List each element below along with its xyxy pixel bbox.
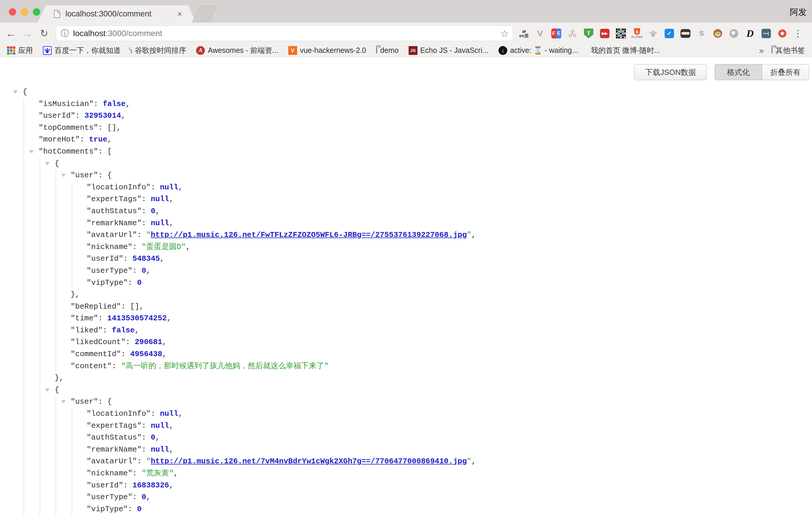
check-blue-icon[interactable]: ✓ (664, 27, 675, 40)
new-tab-button[interactable] (192, 6, 217, 23)
bookmark-item[interactable]: 谷歌按时间排序 (130, 46, 186, 55)
browser-menu-icon[interactable]: ⋮ (792, 28, 804, 39)
browser-tab[interactable]: localhost:3000/comment × (37, 5, 196, 23)
bookmark-item[interactable]: ↓active: ⌛ - waiting... (498, 46, 578, 55)
json-punct: : [], (121, 302, 144, 311)
proxy-icon[interactable] (567, 27, 578, 40)
tab-close-icon[interactable]: × (177, 9, 182, 19)
bookmark-item[interactable]: AAwesomes - 前端资... (196, 46, 278, 55)
bookmark-label: vue-hackernews-2.0 (300, 46, 366, 55)
url-text[interactable]: localhost:3000/comment (73, 29, 162, 38)
reload-button[interactable]: ↻ (36, 28, 52, 39)
json-key: "locationInfo" (87, 409, 151, 418)
bookmark-star-icon[interactable]: ☆ (500, 28, 509, 39)
bookmark-item[interactable]: demo (376, 46, 399, 55)
json-string: "荒灰黄" (142, 469, 174, 478)
other-bookmarks-folder[interactable]: 其他书签 (772, 46, 805, 55)
json-key: "topComments" (39, 123, 98, 132)
json-punct: , (169, 219, 174, 228)
json-line: "nickname": "荒灰黄", (0, 467, 812, 480)
indent-guide (24, 99, 24, 514)
profile-name[interactable]: 阿发 (790, 6, 807, 18)
vue-devtools-icon[interactable]: V (534, 27, 546, 40)
json-punct: : (137, 457, 146, 466)
mask-icon[interactable] (680, 27, 691, 40)
json-value: 4956438 (130, 350, 162, 359)
json-key: "authStatus" (87, 433, 142, 442)
monkey-icon[interactable] (712, 27, 723, 40)
qr-code-icon[interactable] (615, 27, 627, 40)
folder-icon (772, 48, 773, 53)
json-value: 290681 (135, 338, 162, 346)
json-punct: }, (71, 290, 80, 299)
translate-icon[interactable]: ⇄en英 (518, 27, 530, 40)
json-punct: : (121, 350, 130, 359)
json-key: "avatarUrl" (87, 457, 137, 466)
json-punct: : (133, 469, 142, 478)
bookmark-item[interactable]: 应用 (7, 46, 33, 55)
bookmarks-overflow-chevron[interactable]: » (759, 46, 764, 56)
json-link[interactable]: http://p1.music.126.net/7vM4nvBdrYw1cWgk… (151, 457, 467, 466)
maximize-window-button[interactable] (33, 8, 40, 16)
json-string: "高一听的，那时候遇到了孩儿他妈，然后就这么幸福下来了" (121, 362, 328, 371)
video-speed-icon[interactable]: ▶▶ (599, 27, 610, 40)
weibo-gray-icon[interactable] (728, 27, 740, 40)
tabs-icon[interactable]: •••| (761, 27, 772, 40)
html5-player-icon[interactable]: 5PLAYER (632, 27, 643, 40)
address-bar[interactable]: ⓘ localhost:3000/comment ☆ (56, 26, 513, 41)
format-button[interactable]: 格式化 (715, 65, 762, 80)
collapse-toggle-icon[interactable] (29, 150, 34, 153)
bookmark-label: Awesomes - 前端资... (208, 46, 278, 55)
json-punct: : (133, 242, 142, 251)
tab-favicon-doc-icon (54, 10, 60, 18)
collapse-toggle-icon[interactable] (61, 174, 66, 177)
tab-strip: localhost:3000/comment × 阿发 (0, 0, 812, 23)
dark-d-icon[interactable]: D (745, 27, 756, 40)
json-value: 0 (137, 278, 142, 287)
site-info-icon[interactable]: ⓘ (61, 28, 69, 39)
json-punct: : (103, 326, 112, 335)
json-line: "moreHot": true, (0, 134, 812, 146)
json-value: 16838326 (133, 481, 169, 490)
json-punct: : (128, 278, 137, 287)
bookmark-item[interactable]: 我的首页 微博-随时... (588, 46, 660, 55)
bookmark-item[interactable]: JSEcho JS - JavaScri... (409, 46, 489, 55)
json-value: 0 (142, 266, 146, 275)
bookmark-label: 百度一下，你就知道 (55, 46, 121, 55)
json-punct: : { (98, 171, 112, 180)
json-punct: , (169, 195, 174, 203)
collapse-all-button[interactable]: 折叠所有 (762, 65, 809, 80)
back-button[interactable]: ← (3, 27, 19, 40)
json-line: { (0, 384, 812, 396)
json-link[interactable]: http://p1.music.126.net/FwTFLzZFZOZO5WFL… (151, 230, 467, 239)
download-json-button[interactable]: 下载JSON数据 (634, 64, 707, 80)
minimize-window-button[interactable] (21, 8, 28, 16)
json-punct: , (178, 409, 183, 418)
paw-icon[interactable] (647, 27, 659, 40)
bookmark-item[interactable]: Vvue-hackernews-2.0 (288, 46, 366, 55)
fe-icon[interactable]: FE (551, 27, 562, 40)
json-line: "topComments": [], (0, 122, 812, 134)
json-key: "expertTags" (87, 195, 142, 203)
json-value: 0 (142, 493, 146, 502)
json-key: "userId" (87, 481, 123, 490)
json-key: "likedCount" (71, 338, 126, 346)
tampermonkey-icon[interactable]: T (583, 27, 594, 40)
close-window-button[interactable] (9, 8, 16, 16)
collapse-toggle-icon[interactable] (61, 400, 66, 403)
json-line: "userType": 0, (0, 491, 812, 503)
collapse-toggle-icon[interactable] (45, 162, 50, 165)
json-value: true (89, 135, 107, 144)
json-key: "isMusician" (39, 99, 94, 108)
collapse-toggle-icon[interactable] (13, 90, 18, 94)
collapse-toggle-icon[interactable] (45, 389, 50, 392)
json-value: 0 (137, 505, 142, 514)
json-punct: , (174, 469, 178, 478)
s-tool-icon[interactable]: S (696, 27, 707, 40)
json-key: "moreHot" (39, 135, 80, 144)
json-key: "commentId" (71, 350, 121, 359)
red-ring-icon[interactable] (777, 27, 788, 40)
bookmark-item[interactable]: 百度一下，你就知道 (43, 46, 121, 55)
json-punct: : (142, 195, 151, 203)
json-key: "beReplied" (71, 302, 121, 311)
